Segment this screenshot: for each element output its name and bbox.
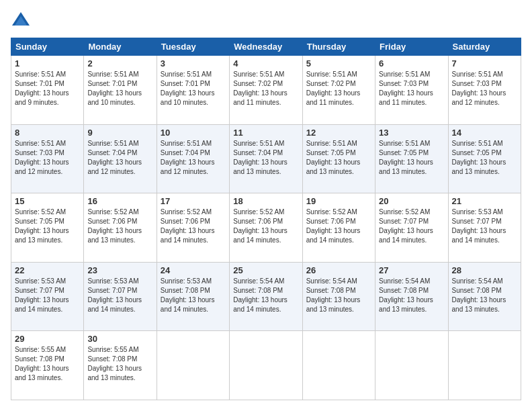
calendar-cell: 26Sunrise: 5:54 AM Sunset: 7:08 PM Dayli… [302, 262, 375, 331]
calendar-week-row: 8Sunrise: 5:51 AM Sunset: 7:03 PM Daylig… [11, 124, 521, 193]
day-info: Sunrise: 5:51 AM Sunset: 7:02 PM Dayligh… [233, 70, 298, 107]
day-info: Sunrise: 5:52 AM Sunset: 7:06 PM Dayligh… [161, 208, 226, 245]
header [11, 11, 521, 31]
day-number: 14 [452, 128, 517, 138]
day-info: Sunrise: 5:52 AM Sunset: 7:06 PM Dayligh… [233, 208, 298, 245]
day-info: Sunrise: 5:51 AM Sunset: 7:04 PM Dayligh… [161, 139, 226, 177]
day-number: 15 [15, 196, 80, 206]
calendar-week-row: 15Sunrise: 5:52 AM Sunset: 7:05 PM Dayli… [11, 193, 521, 263]
calendar-cell: 14Sunrise: 5:51 AM Sunset: 7:05 PM Dayli… [448, 124, 521, 193]
calendar-week-row: 22Sunrise: 5:53 AM Sunset: 7:07 PM Dayli… [11, 262, 521, 331]
calendar-cell: 24Sunrise: 5:53 AM Sunset: 7:08 PM Dayli… [157, 262, 229, 331]
day-info: Sunrise: 5:54 AM Sunset: 7:08 PM Dayligh… [306, 277, 371, 314]
calendar-cell: 11Sunrise: 5:51 AM Sunset: 7:04 PM Dayli… [230, 124, 302, 193]
calendar-header-saturday: Saturday [448, 38, 521, 56]
day-info: Sunrise: 5:51 AM Sunset: 7:05 PM Dayligh… [306, 139, 371, 177]
calendar-cell [375, 331, 448, 400]
day-number: 12 [306, 128, 371, 138]
day-info: Sunrise: 5:54 AM Sunset: 7:08 PM Dayligh… [452, 277, 517, 314]
day-info: Sunrise: 5:52 AM Sunset: 7:06 PM Dayligh… [306, 208, 371, 245]
day-info: Sunrise: 5:51 AM Sunset: 7:05 PM Dayligh… [379, 139, 444, 177]
day-info: Sunrise: 5:51 AM Sunset: 7:04 PM Dayligh… [233, 139, 298, 177]
calendar-cell [230, 331, 302, 400]
calendar-cell: 19Sunrise: 5:52 AM Sunset: 7:06 PM Dayli… [302, 193, 375, 263]
day-number: 21 [452, 196, 517, 206]
calendar-cell: 1Sunrise: 5:51 AM Sunset: 7:01 PM Daylig… [11, 56, 84, 125]
day-number: 5 [306, 58, 371, 68]
calendar-table: SundayMondayTuesdayWednesdayThursdayFrid… [11, 38, 521, 400]
day-number: 13 [379, 128, 444, 138]
day-info: Sunrise: 5:55 AM Sunset: 7:08 PM Dayligh… [87, 345, 152, 383]
day-info: Sunrise: 5:53 AM Sunset: 7:07 PM Dayligh… [15, 277, 80, 314]
day-number: 4 [233, 58, 298, 68]
calendar-cell: 23Sunrise: 5:53 AM Sunset: 7:07 PM Dayli… [84, 262, 157, 331]
calendar-cell: 3Sunrise: 5:51 AM Sunset: 7:01 PM Daylig… [157, 56, 229, 125]
calendar-cell: 20Sunrise: 5:52 AM Sunset: 7:07 PM Dayli… [375, 193, 448, 263]
calendar-cell: 8Sunrise: 5:51 AM Sunset: 7:03 PM Daylig… [11, 124, 84, 193]
calendar-cell: 22Sunrise: 5:53 AM Sunset: 7:07 PM Dayli… [11, 262, 84, 331]
calendar-cell: 18Sunrise: 5:52 AM Sunset: 7:06 PM Dayli… [230, 193, 302, 263]
day-info: Sunrise: 5:51 AM Sunset: 7:05 PM Dayligh… [452, 139, 517, 177]
calendar-cell: 7Sunrise: 5:51 AM Sunset: 7:03 PM Daylig… [448, 56, 521, 125]
day-number: 20 [379, 196, 444, 206]
calendar-header-sunday: Sunday [11, 38, 84, 56]
calendar-cell: 12Sunrise: 5:51 AM Sunset: 7:05 PM Dayli… [302, 124, 375, 193]
day-info: Sunrise: 5:53 AM Sunset: 7:08 PM Dayligh… [161, 277, 226, 314]
day-number: 23 [87, 265, 152, 275]
calendar-cell: 9Sunrise: 5:51 AM Sunset: 7:04 PM Daylig… [84, 124, 157, 193]
calendar-header-monday: Monday [84, 38, 157, 56]
calendar-week-row: 29Sunrise: 5:55 AM Sunset: 7:08 PM Dayli… [11, 331, 521, 400]
calendar-cell: 21Sunrise: 5:53 AM Sunset: 7:07 PM Dayli… [448, 193, 521, 263]
calendar-cell: 25Sunrise: 5:54 AM Sunset: 7:08 PM Dayli… [230, 262, 302, 331]
day-info: Sunrise: 5:51 AM Sunset: 7:01 PM Dayligh… [161, 70, 226, 107]
calendar-header-tuesday: Tuesday [157, 38, 229, 56]
day-info: Sunrise: 5:53 AM Sunset: 7:07 PM Dayligh… [87, 277, 152, 314]
calendar-cell: 13Sunrise: 5:51 AM Sunset: 7:05 PM Dayli… [375, 124, 448, 193]
calendar-header-wednesday: Wednesday [230, 38, 302, 56]
day-number: 17 [161, 196, 226, 206]
day-number: 3 [161, 58, 226, 68]
day-number: 6 [379, 58, 444, 68]
logo [11, 11, 34, 31]
day-number: 11 [233, 128, 298, 138]
day-info: Sunrise: 5:51 AM Sunset: 7:03 PM Dayligh… [379, 70, 444, 107]
day-info: Sunrise: 5:52 AM Sunset: 7:05 PM Dayligh… [15, 208, 80, 245]
day-info: Sunrise: 5:51 AM Sunset: 7:02 PM Dayligh… [306, 70, 371, 107]
calendar-cell: 15Sunrise: 5:52 AM Sunset: 7:05 PM Dayli… [11, 193, 84, 263]
calendar-cell [157, 331, 229, 400]
day-number: 26 [306, 265, 371, 275]
day-info: Sunrise: 5:54 AM Sunset: 7:08 PM Dayligh… [233, 277, 298, 314]
day-info: Sunrise: 5:51 AM Sunset: 7:03 PM Dayligh… [15, 139, 80, 177]
day-info: Sunrise: 5:52 AM Sunset: 7:07 PM Dayligh… [379, 208, 444, 245]
calendar-cell: 4Sunrise: 5:51 AM Sunset: 7:02 PM Daylig… [230, 56, 302, 125]
day-number: 24 [161, 265, 226, 275]
calendar-cell: 2Sunrise: 5:51 AM Sunset: 7:01 PM Daylig… [84, 56, 157, 125]
day-info: Sunrise: 5:52 AM Sunset: 7:06 PM Dayligh… [87, 208, 152, 245]
day-number: 10 [161, 128, 226, 138]
day-info: Sunrise: 5:55 AM Sunset: 7:08 PM Dayligh… [15, 345, 80, 383]
day-info: Sunrise: 5:51 AM Sunset: 7:01 PM Dayligh… [15, 70, 80, 107]
day-info: Sunrise: 5:51 AM Sunset: 7:03 PM Dayligh… [452, 70, 517, 107]
day-number: 9 [87, 128, 152, 138]
calendar-cell: 29Sunrise: 5:55 AM Sunset: 7:08 PM Dayli… [11, 331, 84, 400]
day-number: 22 [15, 265, 80, 275]
calendar-cell [302, 331, 375, 400]
day-info: Sunrise: 5:54 AM Sunset: 7:08 PM Dayligh… [379, 277, 444, 314]
day-number: 18 [233, 196, 298, 206]
calendar-cell: 28Sunrise: 5:54 AM Sunset: 7:08 PM Dayli… [448, 262, 521, 331]
day-info: Sunrise: 5:53 AM Sunset: 7:07 PM Dayligh… [452, 208, 517, 245]
day-number: 2 [87, 58, 152, 68]
day-number: 28 [452, 265, 517, 275]
page: SundayMondayTuesdayWednesdayThursdayFrid… [0, 0, 532, 411]
calendar-cell: 5Sunrise: 5:51 AM Sunset: 7:02 PM Daylig… [302, 56, 375, 125]
calendar-cell: 16Sunrise: 5:52 AM Sunset: 7:06 PM Dayli… [84, 193, 157, 263]
day-number: 27 [379, 265, 444, 275]
day-number: 1 [15, 58, 80, 68]
calendar-cell [448, 331, 521, 400]
day-number: 16 [87, 196, 152, 206]
day-number: 7 [452, 58, 517, 68]
day-number: 29 [15, 334, 80, 344]
day-info: Sunrise: 5:51 AM Sunset: 7:01 PM Dayligh… [87, 70, 152, 107]
calendar-cell: 6Sunrise: 5:51 AM Sunset: 7:03 PM Daylig… [375, 56, 448, 125]
calendar-cell: 10Sunrise: 5:51 AM Sunset: 7:04 PM Dayli… [157, 124, 229, 193]
